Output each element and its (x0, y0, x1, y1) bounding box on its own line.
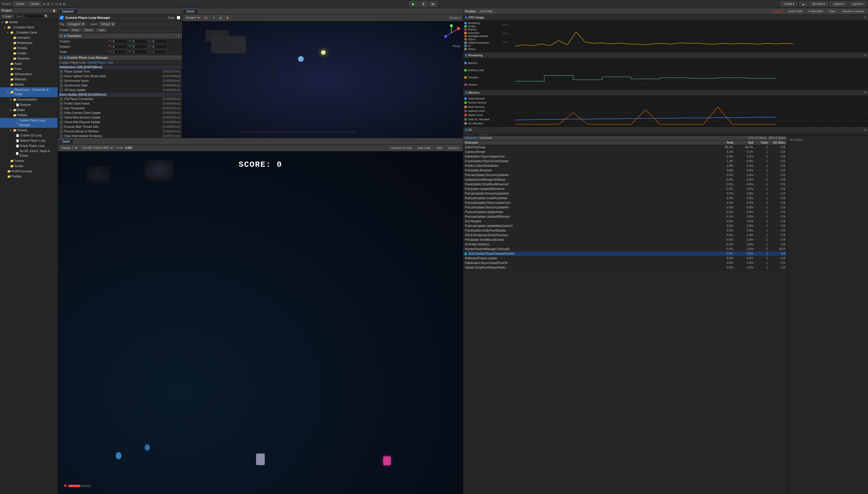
play-button[interactable]: ▶ (410, 1, 417, 7)
loop-item[interactable]: ✓XR Early Update[0.000829ms] (58, 88, 182, 93)
col-calls-header[interactable]: Calls (754, 141, 768, 144)
tree-fonts[interactable]: 📁 Fonts (0, 66, 58, 72)
loop-check[interactable]: ✓ (60, 97, 63, 101)
profiler-table-row[interactable]: PreUpdate.AIUpdate0.8%0.0%10 B (463, 168, 787, 173)
pos-x-input[interactable] (112, 39, 128, 44)
tree-prefabs3[interactable]: 📁 Prefabs (0, 174, 58, 179)
loop-check[interactable]: ✓ (60, 134, 63, 138)
resolution-select[interactable]: Full HD (1920x1080) (80, 146, 114, 150)
audio-btn[interactable]: 🔊 (218, 16, 224, 20)
tree-custom-player-loop[interactable]: ⬡ Custom Player Loop Manager (0, 118, 58, 128)
loop-item[interactable]: ✓Gpu Timestamp[0.000316ms] (58, 106, 182, 111)
loop-check[interactable]: ✓ (60, 111, 63, 115)
tree-scripts2[interactable]: 📁 Scripts (0, 164, 58, 169)
tree-giparams[interactable]: 📁 GiParameters (0, 72, 58, 77)
loop-check[interactable]: ✓ (60, 125, 63, 129)
loop-item[interactable]: ✓Synchronize State[0.000000ms] (58, 83, 182, 88)
profiler-table-row[interactable]: Initialization.AsyncUploadTimeSli0.0%0.0… (463, 261, 787, 265)
loop-check[interactable]: ✓ (60, 130, 63, 133)
tree-playerloop[interactable]: ▼ 📁 PlayerLoop – Customize & Profile (0, 87, 58, 97)
loop-check[interactable]: ✓ (60, 70, 63, 73)
layout-button[interactable]: Layout ▾ (849, 1, 866, 6)
loop-item[interactable]: ✓Cloud Web Services Update[0.001566ms] (58, 115, 182, 120)
game-gizmos-btn[interactable]: Gizmos ▾ (446, 146, 461, 150)
profiler-table-row[interactable]: PreLateUpdate.DirectorUpdateAni0.3%0.0%1… (463, 191, 787, 196)
add-profiler-btn[interactable]: Add Profiler (477, 9, 495, 13)
rot-x-input[interactable] (112, 44, 128, 49)
ui-close-btn[interactable]: × (864, 128, 866, 132)
profiler-table-row[interactable]: FixedUpdate.ScriptRunBehaviourf0.5%0.0%1… (463, 182, 787, 187)
tree-custom2d[interactable]: 📄 Custom 2D Loop (0, 133, 58, 138)
profiler-table-row[interactable]: FixedUpdate.AudioFixedUpdate0.0%0.0%10 B (463, 228, 787, 233)
tree-documentation[interactable]: ▼ 📁 Documentation (0, 97, 58, 102)
profiler-table-row[interactable]: ▶EarlyUpdate.PlayerCleanupCached0.0%0.0%… (463, 251, 787, 256)
tree-editor[interactable]: ▼ 📁 Editor (0, 108, 58, 113)
profiler-table-row[interactable]: UpdateSceneManagerAndInput0.5%0.0%10 B (463, 177, 787, 182)
col-self-header[interactable]: Self (733, 141, 754, 144)
tree-audio[interactable]: 📁 Audio (0, 61, 58, 66)
tree-default-loop[interactable]: 📄 Default Player Loop (0, 138, 58, 144)
tree-materials[interactable]: 📁 Materials (0, 77, 58, 82)
scale-z-input[interactable] (151, 50, 167, 54)
effects-btn[interactable]: ⚡ (225, 16, 231, 20)
collab-button[interactable]: Collab ▾ (781, 1, 797, 6)
profiler-table-row[interactable]: UGUI.Rendering.RenderOverlays0.0%0.0%10 … (463, 233, 787, 238)
static-checkbox[interactable] (177, 16, 180, 19)
loop-check[interactable]: ✓ (60, 89, 63, 92)
tree-prefabs[interactable]: 📁 Prefabs (0, 46, 58, 51)
profiler-table-row[interactable]: GUI.Repaint0.0%0.0%10 B (463, 219, 787, 224)
center-btn[interactable]: Center (13, 1, 27, 6)
loop-check[interactable]: ✓ (60, 84, 63, 87)
tree-no-xr[interactable]: 📄 No XR, Kinect, Tango & Extras (0, 149, 58, 158)
revert-btn[interactable]: Revert (83, 28, 95, 32)
mute-btn[interactable]: Mute Audio (415, 146, 433, 150)
tag-select[interactable]: Untagged (66, 22, 86, 26)
loop-check[interactable]: ✓ (60, 102, 63, 106)
tree-skyboxes[interactable]: 📁 Skyboxes (0, 56, 58, 61)
tree-scripts[interactable]: 📁 Scripts (0, 51, 58, 56)
editor-btn[interactable]: Editor (827, 9, 838, 13)
profile-editor-btn[interactable]: Profile Editor (807, 9, 826, 13)
display-select[interactable]: Display 1 (60, 146, 79, 150)
pause-button[interactable]: ⏸ (419, 1, 427, 7)
tree-models[interactable]: 📁 Models (0, 82, 58, 87)
profiler-table-row[interactable]: ReflectionProbes.Update0.0%0.0%10 B (463, 256, 787, 261)
maximize-btn[interactable]: Maximize On Play (389, 146, 414, 150)
layers-button[interactable]: Layers ▾ (830, 1, 847, 6)
rendering-close-btn[interactable]: × (864, 53, 866, 57)
tree-readme[interactable]: 📄 Readme (0, 102, 58, 108)
gizmos-btn[interactable]: Gizmos ▾ (449, 16, 461, 19)
early-update-section-header[interactable]: Early Update (33/33) [0.616015ms] (58, 93, 182, 97)
loop-check[interactable]: ✓ (60, 107, 63, 110)
overview-label[interactable]: Overview (480, 136, 492, 139)
step-button[interactable]: ⏭ (429, 1, 437, 7)
active-checkbox[interactable] (60, 16, 64, 20)
loop-item[interactable]: ✓Process Mouse In Window[0.000553ms] (58, 129, 182, 134)
lighting-btn[interactable]: ☀ (211, 16, 217, 20)
assets-root[interactable]: ▼ 📁 Assets (0, 20, 58, 25)
transform-menu[interactable]: ⋮ (177, 34, 180, 38)
create-btn[interactable]: Create (1, 15, 13, 19)
profiler-table-row[interactable]: Camera.Render3.2%0.1%10 B (463, 150, 787, 154)
scale-x-input[interactable] (112, 50, 128, 54)
select-btn[interactable]: Select (70, 28, 81, 32)
pos-y-input[interactable] (132, 39, 148, 44)
loop-item[interactable]: ✓Cloud Web Request Update[0.000369ms] (58, 120, 182, 125)
profiler-table-row[interactable]: Update.ScriptRunDelayedTasks0.0%0.0%10 B (463, 265, 787, 270)
profiler-table-row[interactable]: GUIUtility.SetSkin()0.0%0.0%10 B (463, 242, 787, 247)
shaded-select[interactable]: Shaded (184, 15, 201, 20)
tree-complete-game2[interactable]: ▼ 📁 _Complete-Game (0, 30, 58, 35)
profiler-table-row[interactable]: PreUpdate.SendMouseEvents0.0%0.0%10 B (463, 238, 787, 242)
profiler-table-row[interactable]: EditorOverhead86.4%86.4%20 B (463, 145, 787, 150)
loop-check[interactable]: ✓ (60, 79, 63, 83)
profiler-table-row[interactable]: PostLateUpdate.UpdateMainGameVi0.0%0.0%1… (463, 224, 787, 228)
layer-select[interactable]: Default (99, 22, 115, 26)
game-viewport[interactable]: SCORE: 0 (58, 151, 463, 494)
profiler-table-row[interactable]: PostLateUpdate.ScriptRunBehav0.3%0.0%10 … (463, 196, 787, 201)
project-search-input[interactable] (14, 14, 43, 19)
loop-item[interactable]: ✓Profiler Start Frame[0.000000ms] (58, 101, 182, 106)
profiler-table-row[interactable]: RenderPipelineManager.CleanupR0.0%0.0%28… (463, 247, 787, 251)
init-section-header[interactable]: Initialization (5/5) [0.607186ms] (58, 65, 182, 69)
profiler-table-row[interactable]: PreLateUpdate.DirectorUpdateAni0.5%0.0%1… (463, 173, 787, 177)
col-total-header[interactable]: Total (713, 141, 733, 144)
